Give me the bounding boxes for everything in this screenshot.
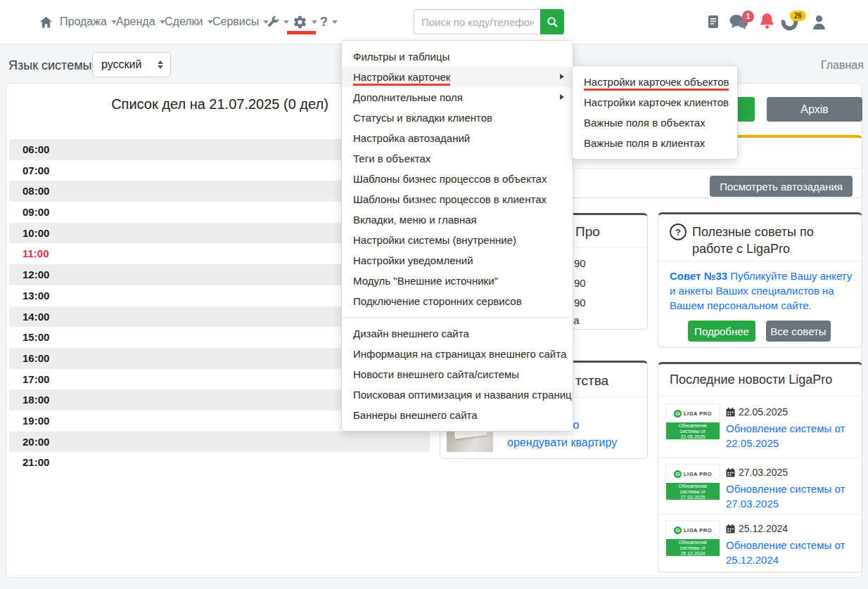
question-circle-icon: ?: [670, 224, 687, 240]
menu-item-bp-templates-objects[interactable]: Шаблоны бизнес процессов в объектах: [342, 169, 573, 189]
nav-rent-label: Аренда: [116, 15, 155, 28]
news-thumbnail[interactable]: GLIGA PRO Обновление системы от 25.12.20…: [665, 520, 720, 557]
chevron-down-icon: [312, 20, 317, 24]
home-page-link[interactable]: Главная: [821, 59, 864, 72]
ligapro-logo: GLIGA PRO: [666, 521, 720, 539]
calendar-icon: [726, 524, 735, 533]
about-line-fragment: 90: [574, 297, 586, 309]
news-thumb-caption: Обновление системы от 27.03.2025: [666, 483, 720, 500]
tips-card: ? Полезные советы по работе с LigaPro Со…: [658, 212, 862, 348]
about-card-title-fragment: Про: [575, 224, 600, 240]
messages-badge: 1: [742, 11, 754, 22]
ligapro-logo-icon: G: [674, 410, 682, 418]
profile-button[interactable]: [812, 15, 826, 32]
chevron-down-icon: [283, 20, 289, 24]
schedule-row[interactable]: 21:00: [9, 452, 430, 473]
video-card-title-fragment: тства: [575, 373, 608, 389]
menu-item-extra-fields[interactable]: Дополнительные поля: [342, 87, 573, 108]
news-thumbnail[interactable]: GLIGA PRO Обновление системы от 22.05.20…: [665, 403, 720, 440]
home-button[interactable]: [39, 0, 53, 44]
submenu-item-important-fields-clients[interactable]: Важные поля в клиентах: [573, 133, 737, 153]
card-settings-submenu: Настройки карточек объектов Настройки ка…: [572, 65, 738, 160]
home-icon: [39, 15, 53, 30]
menu-item-site-news[interactable]: Новости внешнего сайта/системы: [342, 364, 573, 384]
help-icon: ?: [320, 15, 328, 30]
news-link[interactable]: Обновление системы от 22.05.2025: [726, 421, 853, 451]
divider: [658, 261, 862, 261]
menu-item-site-design[interactable]: Дизайн внешнего сайта: [342, 323, 573, 344]
ligapro-logo-icon: G: [674, 470, 682, 478]
archive-button[interactable]: Архів: [767, 97, 862, 122]
menu-item-seo[interactable]: Поисковая оптимизация и названия страниц: [342, 384, 573, 405]
notifications-button[interactable]: [760, 13, 774, 32]
news-title: Последние новости LigaPro: [670, 373, 832, 387]
wrench-icon: [266, 15, 279, 29]
ligapro-logo-icon: G: [674, 526, 682, 534]
menu-item-filters-tables[interactable]: Фильтры и таблицы: [342, 46, 573, 67]
menu-item-site-pages-info[interactable]: Информация на страницах внешнего сайта: [342, 344, 573, 364]
schedule-row[interactable]: 20:00: [9, 432, 430, 453]
news-date: 27.03.2025: [726, 467, 788, 478]
about-line-fragment: 90: [574, 257, 586, 269]
divider: [658, 514, 862, 514]
search-icon: [547, 16, 559, 28]
tip-more-button[interactable]: Подробнее: [688, 321, 755, 342]
menu-item-external-sources[interactable]: Модуль "Внешние источники": [342, 271, 573, 291]
search-button[interactable]: [540, 9, 564, 34]
tip-number: Совет №33: [670, 270, 727, 282]
settings-active-underline: [287, 31, 316, 34]
nav-deals[interactable]: Сделки: [165, 0, 213, 44]
nav-services-label: Сервисы: [212, 15, 259, 28]
balance-badge: 26: [790, 11, 806, 21]
gear-icon: [293, 15, 307, 30]
ligapro-logo: GLIGA PRO: [666, 465, 720, 483]
menu-item-system-settings[interactable]: Настройки системы (внутренние): [342, 230, 573, 250]
menu-item-site-banners[interactable]: Баннеры внешнего сайта: [342, 405, 573, 425]
language-label: Язык системы: [8, 58, 92, 73]
top-navbar: Продажа Аренда Сделки Сервисы ? 1: [0, 0, 868, 44]
news-link[interactable]: Обновление системы от 27.03.2025: [726, 481, 853, 511]
settings-dropdown-menu: Фильтры и таблицы Настройки карточек Доп…: [341, 40, 573, 432]
submenu-arrow-icon: [560, 74, 564, 79]
menu-item-client-statuses[interactable]: Статусы и вкладки клиентов: [342, 108, 573, 128]
nav-tools[interactable]: [266, 0, 289, 44]
submenu-arrow-icon: [560, 94, 564, 100]
nav-rent[interactable]: Аренда: [116, 0, 165, 44]
search-input[interactable]: [414, 9, 541, 34]
calendar-icon: [726, 408, 735, 417]
nav-sales-label: Продажа: [60, 15, 107, 28]
submenu-item-object-cards[interactable]: Настройки карточек объектов: [573, 72, 737, 92]
journal-button[interactable]: [707, 15, 720, 32]
menu-item-autotasks-setup[interactable]: Настройка автозаданий: [342, 128, 573, 148]
ligapro-logo: GLIGA PRO: [666, 404, 720, 422]
menu-divider: [342, 317, 573, 318]
menu-item-card-settings[interactable]: Настройки карточек: [342, 67, 573, 87]
divider: [658, 396, 862, 396]
user-icon: [812, 15, 826, 30]
tips-title: Полезные советы по работе с LigaPro: [692, 224, 852, 257]
menu-item-third-party-services[interactable]: Подключение сторонних сервисов: [342, 291, 573, 311]
menu-item-tabs-menu-main[interactable]: Вкладки, меню и главная: [342, 209, 573, 230]
news-date: 22.05.2025: [726, 406, 788, 418]
nav-deals-label: Сделки: [165, 15, 203, 28]
divider: [658, 458, 862, 458]
nav-help[interactable]: ?: [320, 0, 338, 44]
menu-item-bp-templates-clients[interactable]: Шаблоны бизнес процессов в клиентах: [342, 189, 573, 209]
nav-services[interactable]: Сервисы: [212, 0, 269, 44]
news-link[interactable]: Обновление системы от 25.12.2024: [726, 538, 853, 567]
all-tips-button[interactable]: Все советы: [766, 321, 831, 342]
menu-item-object-tags[interactable]: Теги в объектах: [342, 148, 573, 169]
chevron-down-icon: [332, 20, 338, 24]
view-autotasks-button[interactable]: Посмотреть автозадания: [710, 176, 853, 197]
language-select[interactable]: русский: [92, 52, 171, 77]
bell-icon: [760, 13, 774, 30]
submenu-item-important-fields-objects[interactable]: Важные поля в объектах: [573, 112, 737, 133]
submenu-item-client-cards[interactable]: Настройки карточек клиентов: [573, 92, 737, 112]
news-thumbnail[interactable]: GLIGA PRO Обновление системы от 27.03.20…: [665, 464, 720, 500]
nav-settings[interactable]: [293, 0, 317, 44]
news-thumb-caption: Обновление системы от 25.12.2024: [666, 539, 720, 557]
nav-sales[interactable]: Продажа: [60, 0, 117, 44]
menu-item-notification-settings[interactable]: Настройки уведомлений: [342, 250, 573, 271]
news-thumb-caption: Обновление системы от 22.05.2025: [666, 422, 720, 440]
page: Продажа Аренда Сделки Сервисы ? 1: [0, 0, 868, 589]
